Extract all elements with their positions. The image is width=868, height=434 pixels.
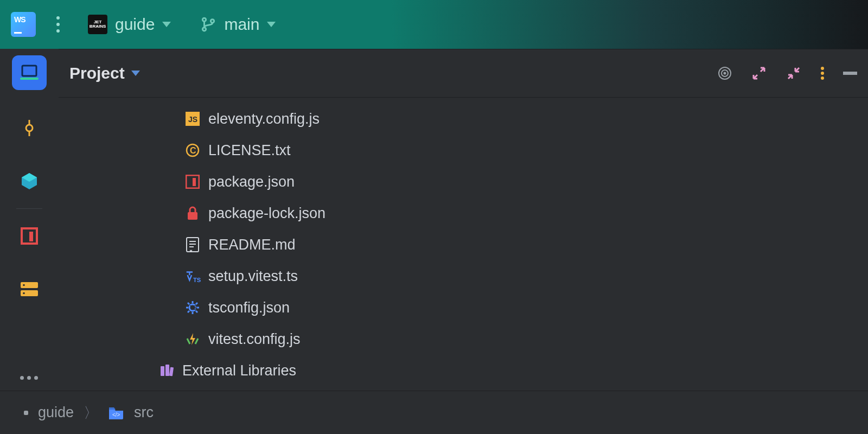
file-name: tsconfig.json [208, 299, 290, 316]
breadcrumb-bar: guide 〉 </> src [0, 391, 868, 434]
file-name: package-lock.json [208, 205, 326, 222]
database-tool-button[interactable] [12, 272, 47, 307]
file-tree-item[interactable]: JS eleventy.config.js [59, 103, 868, 135]
target-icon [717, 66, 732, 81]
npm-file-icon [184, 174, 201, 190]
chevron-down-icon [267, 22, 276, 27]
file-tree-item[interactable]: vitest.config.js [59, 323, 868, 355]
file-tree-item[interactable]: README.md [59, 229, 868, 260]
svg-point-17 [821, 76, 824, 80]
tsconfig-file-icon: TS [184, 299, 201, 316]
panel-title-label: Project [69, 64, 125, 82]
file-name: package.json [208, 174, 295, 190]
svg-rect-4 [20, 78, 39, 80]
file-name: README.md [208, 237, 296, 253]
panel-options-button[interactable] [820, 66, 825, 80]
select-opened-file-button[interactable] [717, 66, 732, 81]
git-branch-icon [200, 16, 216, 33]
external-libraries-label: External Libraries [182, 362, 296, 379]
svg-point-0 [203, 18, 206, 21]
svg-point-1 [203, 28, 206, 31]
svg-text:JS: JS [188, 115, 197, 124]
js-file-icon: JS [184, 111, 201, 127]
svg-text:C: C [190, 146, 196, 155]
vitest-ts-file-icon: TS [184, 268, 201, 284]
svg-point-14 [724, 73, 726, 74]
vitest-file-icon [184, 331, 201, 347]
file-tree-item[interactable]: C LICENSE.txt [59, 135, 868, 166]
svg-point-16 [821, 72, 824, 75]
npm-icon [21, 227, 38, 245]
file-tree-item[interactable]: TS tsconfig.json [59, 292, 868, 323]
rail-divider [16, 208, 42, 209]
svg-text:TS: TS [190, 305, 197, 311]
collapse-icon [786, 65, 802, 81]
project-name: guide [115, 15, 155, 34]
vertical-dots-icon [820, 66, 825, 80]
collapse-all-button[interactable] [786, 65, 802, 81]
lock-file-icon [184, 205, 201, 221]
file-tree-item[interactable]: package-lock.json [59, 197, 868, 229]
commit-icon [20, 119, 39, 137]
breadcrumb-item[interactable]: src [134, 404, 154, 421]
project-panel: Project [59, 49, 868, 391]
svg-rect-24 [193, 178, 196, 186]
svg-point-15 [821, 67, 824, 70]
svg-point-10 [23, 284, 25, 286]
file-name: setup.vitest.ts [208, 268, 298, 285]
svg-text:TS: TS [193, 277, 201, 283]
webstorm-logo-icon[interactable]: WS [11, 12, 36, 37]
svg-rect-18 [843, 72, 857, 75]
main-menu-button[interactable] [56, 16, 60, 33]
project-selector[interactable]: JETBRAINS guide [80, 11, 178, 37]
file-name: LICENSE.txt [208, 142, 291, 159]
laptop-icon [19, 64, 40, 81]
external-libraries-node[interactable]: External Libraries [59, 355, 868, 386]
folder-src-icon: </> [108, 406, 124, 419]
license-file-icon: C [184, 142, 201, 158]
project-view-selector[interactable]: Project [69, 64, 140, 82]
titlebar: WS JETBRAINS guide main [0, 0, 868, 49]
svg-rect-7 [29, 232, 33, 241]
svg-rect-32 [169, 367, 174, 376]
file-tree-item[interactable]: TS setup.vitest.ts [59, 260, 868, 292]
svg-rect-30 [161, 366, 164, 376]
file-tree-item[interactable]: package.json [59, 166, 868, 197]
expand-all-button[interactable] [751, 65, 767, 81]
branch-name: main [224, 15, 259, 34]
svg-rect-3 [22, 66, 36, 76]
svg-point-11 [23, 292, 25, 295]
server-icon [20, 281, 39, 297]
svg-text:</>: </> [112, 412, 120, 418]
chevron-down-icon [162, 22, 171, 27]
breadcrumb-item[interactable]: guide [38, 404, 74, 421]
nx-tool-button[interactable] [12, 164, 47, 199]
file-name: eleventy.config.js [208, 111, 320, 127]
svg-rect-31 [165, 365, 169, 376]
cube-icon [20, 171, 39, 191]
chevron-right-icon: 〉 [84, 403, 98, 423]
hide-panel-button[interactable] [843, 72, 857, 75]
project-panel-header: Project [59, 49, 868, 98]
svg-rect-25 [188, 212, 197, 220]
minimize-icon [843, 72, 857, 75]
npm-tool-button[interactable] [12, 219, 47, 253]
commit-tool-button[interactable] [12, 111, 47, 145]
project-tool-button[interactable] [12, 55, 47, 90]
expand-icon [751, 65, 767, 81]
library-icon [158, 362, 175, 379]
file-tree: JS eleventy.config.js C LICENSE.txt pack… [59, 98, 868, 391]
left-tool-rail [0, 49, 59, 391]
readme-file-icon [184, 237, 201, 253]
svg-point-2 [211, 20, 214, 23]
file-name: vitest.config.js [208, 331, 301, 348]
jetbrains-icon: JETBRAINS [88, 15, 107, 34]
chevron-down-icon [131, 71, 140, 76]
svg-point-5 [26, 125, 33, 131]
more-tools-button[interactable] [20, 376, 38, 380]
git-branch-selector[interactable]: main [200, 15, 276, 34]
breadcrumb-root-marker [24, 411, 28, 415]
